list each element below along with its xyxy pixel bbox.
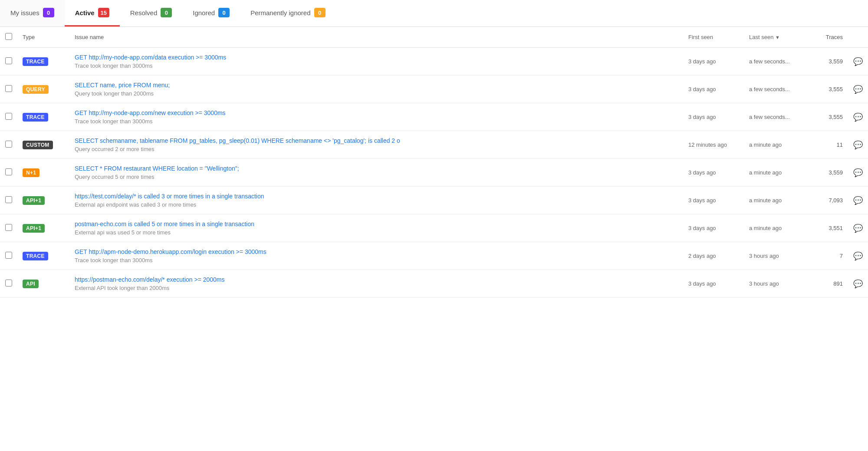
issue-desc-7: Trace took longer than 3000ms <box>75 257 152 263</box>
table-row: TRACE GET http://apm-node-demo.herokuapp… <box>0 242 868 270</box>
table-row: CUSTOM SELECT schemaname, tablename FROM… <box>0 131 868 159</box>
table-row: API https://postman-echo.com/delay/* exe… <box>0 270 868 298</box>
last-seen-6: a minute ago <box>744 214 813 242</box>
first-seen-1: 3 days ago <box>683 76 744 103</box>
issue-title-2[interactable]: GET http://my-node-app.com/new execution… <box>75 109 678 116</box>
issue-title-1[interactable]: SELECT name, price FROM menu; <box>75 82 678 89</box>
issue-desc-6: External api was used 5 or more times <box>75 229 171 236</box>
col-type-header: Type <box>23 34 35 40</box>
row-checkbox-0[interactable] <box>5 57 12 64</box>
issue-title-6[interactable]: postman-echo.com is called 5 or more tim… <box>75 221 678 227</box>
page-container: My issues 0 Active 15 Resolved 0 Ignored… <box>0 0 868 451</box>
table-row: API+1 https://test.com/delay/* is called… <box>0 187 868 214</box>
tab-resolved-badge: 0 <box>161 8 172 17</box>
first-seen-4: 3 days ago <box>683 159 744 187</box>
comment-icon-3[interactable]: 💬 <box>853 141 863 149</box>
tab-active-label: Active <box>75 9 95 16</box>
first-seen-8: 3 days ago <box>683 270 744 298</box>
last-seen-3: a minute ago <box>744 131 813 159</box>
comment-icon-1[interactable]: 💬 <box>853 85 863 94</box>
comment-icon-0[interactable]: 💬 <box>853 57 863 66</box>
type-badge-1: QUERY <box>23 85 49 94</box>
type-badge-4: N+1 <box>23 168 39 177</box>
table-row: API+1 postman-echo.com is called 5 or mo… <box>0 214 868 242</box>
comment-icon-8[interactable]: 💬 <box>853 280 863 288</box>
col-issue-header: Issue name <box>75 34 104 40</box>
last-seen-2: a few seconds... <box>744 103 813 131</box>
type-badge-8: API <box>23 280 39 288</box>
tab-my-issues-badge: 0 <box>43 8 54 17</box>
first-seen-0: 3 days ago <box>683 48 744 76</box>
issue-desc-8: External API took longer than 2000ms <box>75 285 169 291</box>
tab-resolved-label: Resolved <box>130 9 158 16</box>
issue-title-7[interactable]: GET http://apm-node-demo.herokuapp.com/l… <box>75 248 678 255</box>
issue-desc-1: Query took longer than 2000ms <box>75 90 154 97</box>
col-traces-header: Traces <box>826 34 843 40</box>
last-seen-7: 3 hours ago <box>744 242 813 270</box>
type-badge-5: API+1 <box>23 196 45 205</box>
type-badge-6: API+1 <box>23 224 45 233</box>
row-checkbox-7[interactable] <box>5 252 12 259</box>
tab-my-issues[interactable]: My issues 0 <box>0 0 65 26</box>
comment-icon-7[interactable]: 💬 <box>853 252 863 260</box>
tab-resolved[interactable]: Resolved 0 <box>120 0 183 26</box>
traces-count-8: 891 <box>813 270 848 298</box>
issue-title-3[interactable]: SELECT schemaname, tablename FROM pg_tab… <box>75 137 678 144</box>
tab-ignored-badge: 0 <box>218 8 230 17</box>
tab-active[interactable]: Active 15 <box>65 0 120 26</box>
comment-icon-4[interactable]: 💬 <box>853 168 863 177</box>
row-checkbox-1[interactable] <box>5 85 12 92</box>
row-checkbox-8[interactable] <box>5 280 12 286</box>
tab-ignored-label: Ignored <box>193 9 215 16</box>
comment-icon-6[interactable]: 💬 <box>853 224 863 233</box>
row-checkbox-6[interactable] <box>5 224 12 231</box>
type-badge-7: TRACE <box>23 252 48 260</box>
last-seen-sort-icon: ▼ <box>775 35 780 40</box>
comment-icon-2[interactable]: 💬 <box>853 113 863 122</box>
traces-count-7: 7 <box>813 242 848 270</box>
row-checkbox-3[interactable] <box>5 141 12 148</box>
comment-icon-5[interactable]: 💬 <box>853 196 863 205</box>
traces-count-5: 7,093 <box>813 187 848 214</box>
issue-title-5[interactable]: https://test.com/delay/* is called 3 or … <box>75 193 678 200</box>
tabs-bar: My issues 0 Active 15 Resolved 0 Ignored… <box>0 0 868 27</box>
table-row: TRACE GET http://my-node-app.com/new exe… <box>0 103 868 131</box>
issue-title-0[interactable]: GET http://my-node-app.com/data executio… <box>75 54 678 61</box>
row-checkbox-2[interactable] <box>5 113 12 120</box>
issue-desc-0: Trace took longer than 3000ms <box>75 63 152 69</box>
issue-title-4[interactable]: SELECT * FROM restaurant WHERE location … <box>75 165 678 172</box>
traces-count-3: 11 <box>813 131 848 159</box>
last-seen-8: 3 hours ago <box>744 270 813 298</box>
tab-my-issues-label: My issues <box>10 9 39 16</box>
issue-desc-2: Trace took longer than 3000ms <box>75 118 152 125</box>
traces-count-4: 3,559 <box>813 159 848 187</box>
traces-count-1: 3,555 <box>813 76 848 103</box>
type-badge-2: TRACE <box>23 113 48 122</box>
issue-desc-5: External api endpoint was called 3 or mo… <box>75 201 196 208</box>
tab-permanently-ignored[interactable]: Permanently ignored 0 <box>240 0 335 26</box>
traces-count-0: 3,559 <box>813 48 848 76</box>
row-checkbox-4[interactable] <box>5 168 12 175</box>
col-first-seen-header: First seen <box>688 34 713 40</box>
col-last-seen-header[interactable]: Last seen <box>749 34 773 40</box>
traces-count-6: 3,551 <box>813 214 848 242</box>
first-seen-6: 3 days ago <box>683 214 744 242</box>
issues-table-wrap: Type Issue name First seen Last seen ▼ T… <box>0 27 868 298</box>
table-row: TRACE GET http://my-node-app.com/data ex… <box>0 48 868 76</box>
first-seen-5: 3 days ago <box>683 187 744 214</box>
tab-active-badge: 15 <box>98 8 109 17</box>
last-seen-4: a minute ago <box>744 159 813 187</box>
table-row: QUERY SELECT name, price FROM menu; Quer… <box>0 76 868 103</box>
tab-permanently-ignored-badge: 0 <box>314 8 326 17</box>
last-seen-1: a few seconds... <box>744 76 813 103</box>
row-checkbox-5[interactable] <box>5 196 12 203</box>
issue-title-8[interactable]: https://postman-echo.com/delay/* executi… <box>75 276 678 283</box>
issues-table: Type Issue name First seen Last seen ▼ T… <box>0 27 868 298</box>
last-seen-0: a few seconds... <box>744 48 813 76</box>
type-badge-3: CUSTOM <box>23 141 53 149</box>
tab-ignored[interactable]: Ignored 0 <box>182 0 240 26</box>
first-seen-7: 2 days ago <box>683 242 744 270</box>
issue-desc-4: Query occurred 5 or more times <box>75 174 155 180</box>
select-all-checkbox[interactable] <box>5 33 12 40</box>
first-seen-2: 3 days ago <box>683 103 744 131</box>
